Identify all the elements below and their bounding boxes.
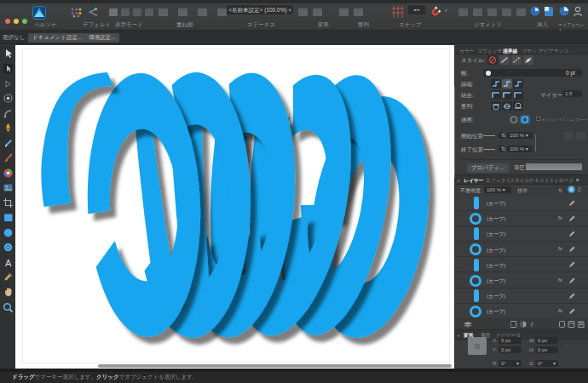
svg-text:f: f <box>531 321 533 328</box>
svg-text:A: A <box>5 258 12 268</box>
